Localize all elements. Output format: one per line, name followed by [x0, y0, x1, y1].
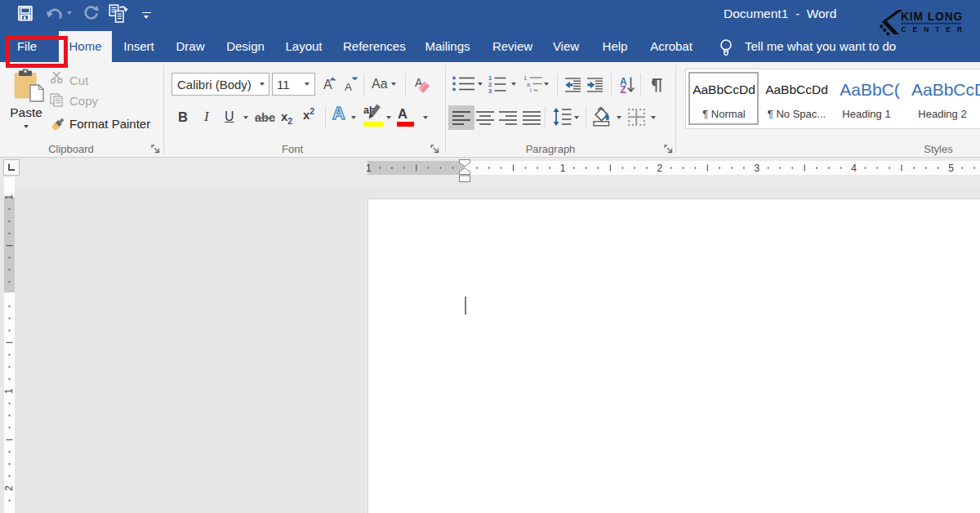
svg-text:4: 4: [851, 163, 857, 174]
svg-text:5: 5: [948, 163, 954, 174]
svg-text:KIM LONG: KIM LONG: [901, 11, 963, 23]
svg-text:3: 3: [488, 87, 492, 93]
svg-text:i: i: [530, 87, 532, 93]
svg-text:Z: Z: [621, 84, 626, 94]
svg-text:2: 2: [4, 485, 16, 491]
svg-text:3: 3: [754, 163, 760, 174]
svg-text:1: 1: [560, 163, 566, 174]
svg-text:CENTER: CENTER: [902, 25, 969, 33]
svg-text:2: 2: [657, 163, 663, 174]
svg-text:1: 1: [4, 194, 16, 199]
svg-text:1: 1: [4, 388, 16, 394]
svg-text:1: 1: [366, 163, 372, 174]
